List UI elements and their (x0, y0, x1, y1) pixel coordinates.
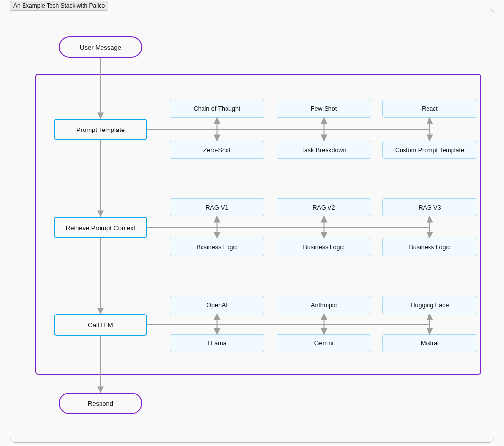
option-node: RAG V1 (170, 198, 264, 216)
option-node: Chain of Thought (170, 100, 264, 118)
option-node: Few-Shot (277, 100, 371, 118)
diagram-canvas: An Example Tech Stack with Palico User M… (0, 0, 504, 446)
option-node: Custom Prompt Template (382, 141, 477, 159)
option-node: Business Logic (382, 238, 477, 256)
node-respond: Respond (59, 393, 142, 414)
node-user-message: User Message (59, 36, 142, 58)
option-node: OpenAI (170, 296, 264, 314)
option-node: RAG V3 (382, 198, 477, 216)
node-retrieve-context: Retrieve Prompt Context (54, 217, 147, 238)
option-node: Business Logic (170, 238, 264, 256)
option-node: React (382, 100, 477, 118)
option-node: RAG V2 (277, 198, 371, 216)
option-node: Gemini (277, 334, 371, 352)
option-node: Mistral (382, 334, 477, 352)
option-node: Anthropic (277, 296, 371, 314)
option-node: LLama (170, 334, 264, 352)
node-prompt-template: Prompt Template (54, 119, 147, 140)
option-node: Hugging Face (382, 296, 477, 314)
node-call-llm: Call LLM (54, 314, 147, 336)
option-node: Task Breakdown (277, 141, 371, 159)
option-node: Business Logic (277, 238, 371, 256)
option-node: Zero-Shot (170, 141, 264, 159)
diagram-title: An Example Tech Stack with Palico (10, 1, 108, 11)
